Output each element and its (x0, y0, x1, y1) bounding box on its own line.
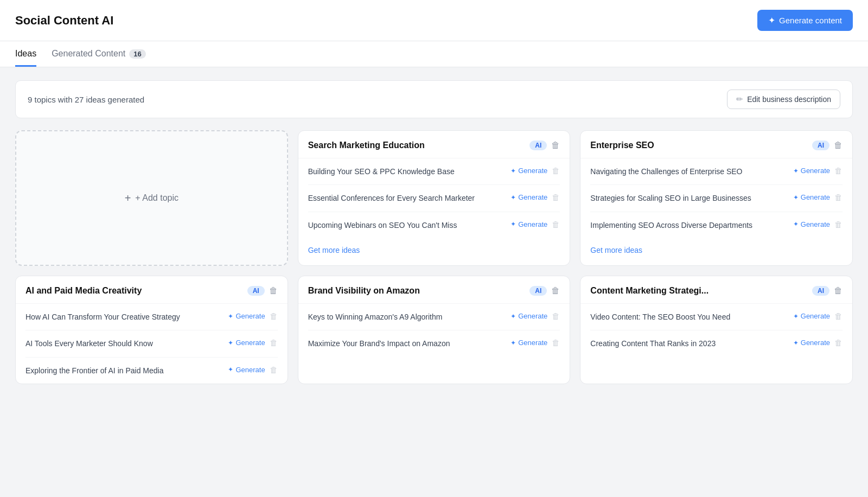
generate-button[interactable]: ✦ Generate (510, 339, 547, 347)
list-item: How AI Can Transform Your Creative Strat… (25, 304, 278, 330)
generate-button[interactable]: ✦ Generate (793, 167, 830, 175)
item-text: Exploring the Frontier of AI in Paid Med… (25, 365, 222, 376)
delete-item-icon[interactable]: 🗑 (834, 338, 843, 347)
card-brand-visibility-actions: AI 🗑 (529, 286, 560, 296)
item-text: Video Content: The SEO Boost You Need (590, 311, 787, 322)
delete-item-icon[interactable]: 🗑 (552, 193, 560, 202)
delete-card-icon[interactable]: 🗑 (269, 286, 278, 296)
card-enterprise-seo-header: Enterprise SEO AI 🗑 (580, 131, 852, 158)
list-item: Upcoming Webinars on SEO You Can't Miss … (308, 212, 560, 238)
generate-button[interactable]: ✦ Generate (510, 167, 547, 175)
card-enterprise-seo: Enterprise SEO AI 🗑 Navigating the Chall… (580, 130, 853, 266)
spark-icon: ✦ (793, 313, 799, 320)
delete-card-icon[interactable]: 🗑 (834, 141, 843, 150)
card-enterprise-seo-title: Enterprise SEO (590, 141, 812, 150)
tab-generated-badge: 16 (129, 49, 145, 59)
card-search-marketing-header: Search Marketing Education AI 🗑 (298, 131, 570, 158)
list-item: Implementing SEO Across Diverse Departme… (590, 212, 843, 238)
main-content: 9 topics with 27 ideas generated ✏ Edit … (0, 67, 868, 397)
delete-item-icon[interactable]: 🗑 (552, 338, 560, 347)
spark-icon: ✦ (510, 339, 516, 347)
delete-item-icon[interactable]: 🗑 (552, 220, 560, 229)
add-topic-card[interactable]: + + Add topic (15, 130, 288, 266)
delete-item-icon[interactable]: 🗑 (270, 338, 278, 347)
card-brand-visibility: Brand Visibility on Amazon AI 🗑 Keys to … (298, 276, 571, 384)
list-item: Building Your SEO & PPC Knowledge Base ✦… (308, 158, 560, 185)
item-actions: ✦ Generate 🗑 (793, 166, 843, 175)
generate-button[interactable]: ✦ Generate (510, 193, 547, 201)
list-item: Navigating the Challenges of Enterprise … (590, 158, 843, 185)
summary-bar: 9 topics with 27 ideas generated ✏ Edit … (15, 80, 853, 118)
cards-grid: + + Add topic Search Marketing Education… (15, 130, 853, 384)
list-item: Video Content: The SEO Boost You Need ✦ … (590, 304, 843, 330)
item-text: Strategies for Scaling SEO in Large Busi… (590, 193, 787, 203)
get-more-ideas-button[interactable]: Get more ideas (580, 238, 852, 264)
generate-button[interactable]: ✦ Generate (793, 220, 830, 228)
delete-item-icon[interactable]: 🗑 (834, 166, 843, 175)
delete-item-icon[interactable]: 🗑 (270, 311, 278, 321)
spark-icon: ✦ (510, 167, 516, 175)
item-actions: ✦ Generate 🗑 (228, 311, 277, 321)
delete-item-icon[interactable]: 🗑 (834, 193, 843, 202)
card-content-marketing-items: Video Content: The SEO Boost You Need ✦ … (580, 304, 852, 357)
delete-item-icon[interactable]: 🗑 (834, 220, 843, 229)
generate-btn-label: Generate content (779, 16, 842, 25)
delete-card-icon[interactable]: 🗑 (551, 286, 560, 296)
item-actions: ✦ Generate 🗑 (510, 166, 560, 175)
delete-item-icon[interactable]: 🗑 (552, 311, 560, 321)
item-actions: ✦ Generate 🗑 (793, 311, 843, 321)
delete-item-icon[interactable]: 🗑 (552, 166, 560, 175)
delete-item-icon[interactable]: 🗑 (834, 311, 843, 321)
summary-text: 9 topics with 27 ideas generated (28, 95, 144, 104)
get-more-ideas-button[interactable]: Get more ideas (298, 238, 570, 264)
card-content-marketing-title: Content Marketing Strategi... (590, 286, 812, 296)
list-item: AI Tools Every Marketer Should Know ✦ Ge… (25, 330, 278, 357)
card-ai-paid-media-header: AI and Paid Media Creativity AI 🗑 (16, 276, 288, 304)
edit-business-description-button[interactable]: ✏ Edit business description (727, 90, 840, 109)
item-text: Implementing SEO Across Diverse Departme… (590, 220, 787, 231)
ai-badge: AI (812, 286, 829, 296)
generate-button[interactable]: ✦ Generate (228, 339, 265, 347)
generate-button[interactable]: ✦ Generate (228, 366, 265, 374)
generate-content-button[interactable]: ✦ Generate content (757, 10, 853, 31)
generate-button[interactable]: ✦ Generate (228, 312, 265, 320)
plus-icon: + (125, 192, 131, 205)
delete-card-icon[interactable]: 🗑 (551, 141, 560, 150)
generate-button[interactable]: ✦ Generate (510, 312, 547, 320)
item-text: AI Tools Every Marketer Should Know (25, 338, 222, 349)
edit-btn-label: Edit business description (747, 95, 831, 104)
item-text: Keys to Winning Amazon's A9 Algorithm (308, 311, 505, 322)
header: Social Content AI ✦ Generate content (0, 0, 868, 41)
item-text: Building Your SEO & PPC Knowledge Base (308, 166, 505, 177)
card-ai-paid-media: AI and Paid Media Creativity AI 🗑 How AI… (15, 276, 288, 384)
delete-item-icon[interactable]: 🗑 (270, 365, 278, 374)
generate-button[interactable]: ✦ Generate (793, 339, 830, 347)
card-ai-paid-media-title: AI and Paid Media Creativity (25, 286, 247, 296)
generate-button[interactable]: ✦ Generate (793, 312, 830, 320)
generate-button[interactable]: ✦ Generate (510, 220, 547, 228)
list-item: Strategies for Scaling SEO in Large Busi… (590, 185, 843, 212)
tabs-bar: Ideas Generated Content 16 (0, 41, 868, 67)
tab-generated[interactable]: Generated Content 16 (52, 41, 146, 67)
add-topic-label: + + Add topic (125, 192, 178, 205)
card-search-marketing: Search Marketing Education AI 🗑 Building… (298, 130, 571, 266)
spark-icon: ✦ (510, 220, 516, 228)
spark-icon: ✦ (228, 366, 233, 373)
spark-icon: ✦ (793, 220, 799, 228)
item-actions: ✦ Generate 🗑 (793, 220, 843, 229)
ai-badge: AI (529, 286, 547, 296)
spark-icon: ✦ (793, 339, 799, 347)
delete-card-icon[interactable]: 🗑 (834, 286, 843, 296)
card-brand-visibility-title: Brand Visibility on Amazon (308, 286, 530, 296)
tab-ideas[interactable]: Ideas (15, 41, 36, 67)
add-topic-text: + Add topic (135, 193, 178, 203)
item-text: Upcoming Webinars on SEO You Can't Miss (308, 220, 505, 231)
card-brand-visibility-header: Brand Visibility on Amazon AI 🗑 (298, 276, 570, 304)
spark-icon: ✦ (228, 339, 233, 347)
generate-button[interactable]: ✦ Generate (793, 193, 830, 201)
card-ai-paid-media-actions: AI 🗑 (247, 286, 278, 296)
app-title: Social Content AI (15, 14, 113, 28)
tab-generated-label: Generated Content (52, 49, 125, 59)
list-item: Essential Conferences for Every Search M… (308, 185, 560, 212)
item-text: Maximize Your Brand's Impact on Amazon (308, 338, 505, 349)
